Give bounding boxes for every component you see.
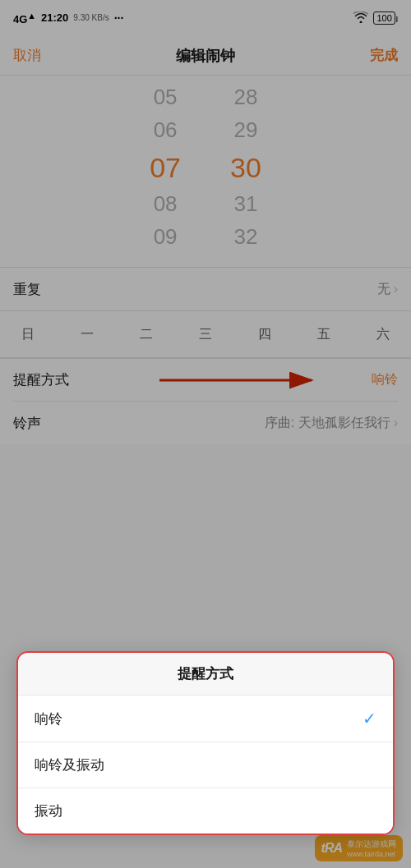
option-ring-vibrate-label: 响铃及振动: [35, 755, 104, 774]
popup-title: 提醒方式: [18, 653, 393, 696]
option-vibrate-label: 振动: [35, 801, 62, 820]
option-ring-vibrate[interactable]: 响铃及振动: [18, 742, 393, 788]
reminder-popup: 提醒方式 响铃 ✓ 响铃及振动 振动: [16, 651, 395, 835]
option-vibrate[interactable]: 振动: [18, 788, 393, 834]
option-ring-label: 响铃: [35, 710, 62, 728]
checkmark-icon: ✓: [363, 709, 376, 728]
option-ring[interactable]: 响铃 ✓: [18, 696, 393, 742]
popup-overlay[interactable]: 提醒方式 响铃 ✓ 响铃及振动 振动: [0, 0, 411, 868]
